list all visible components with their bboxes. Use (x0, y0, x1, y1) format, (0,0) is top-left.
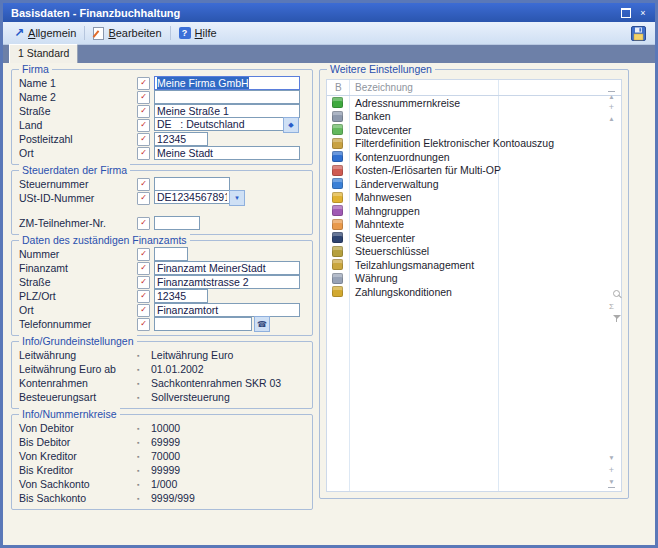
info-value: Leitwährung Euro (151, 349, 233, 361)
row-up-icon[interactable]: ▲ (606, 114, 617, 124)
field-check-icon[interactable]: ✓ (137, 248, 150, 261)
land-input[interactable] (154, 117, 283, 131)
column-header-b[interactable]: B (335, 82, 342, 93)
column-chooser-icon[interactable] (606, 278, 617, 288)
field-check-icon[interactable]: ✓ (137, 217, 150, 230)
telefonnummer-input[interactable] (154, 317, 252, 331)
info-label: Leitwährung Euro ab (19, 363, 137, 375)
field-row: USt-ID-Nummer ✓ ▾ (19, 191, 305, 205)
list-item[interactable]: Banken (327, 110, 621, 124)
field-check-icon[interactable]: ✓ (137, 318, 150, 331)
list-item[interactable]: Teilzahlungsmanagement (327, 258, 621, 272)
list-item[interactable]: Steuercenter (327, 231, 621, 245)
partial-payment-icon (332, 259, 343, 270)
restore-button[interactable] (619, 6, 633, 19)
list-item[interactable]: Mahnwesen (327, 191, 621, 205)
menu-bar: ↗ Allgemein Bearbeiten ? Hilfe (3, 22, 655, 45)
postleitzahl-input[interactable] (154, 132, 208, 146)
tab-standard[interactable]: 1 Standard (9, 44, 78, 63)
menu-allgemein[interactable]: ↗ Allgemein (9, 25, 81, 41)
scroll-first-icon[interactable]: ▲ (606, 90, 617, 100)
info-row: Kontenrahmen ▪ Sachkontenrahmen SKR 03 (19, 376, 305, 390)
field-check-icon[interactable]: ✓ (137, 91, 150, 104)
ustid-input[interactable] (154, 190, 229, 204)
field-check-icon[interactable]: ✓ (137, 77, 150, 90)
strasse-input[interactable] (154, 104, 300, 118)
field-check-icon[interactable]: ✓ (137, 178, 150, 191)
field-label: Land (19, 119, 137, 131)
grid-nav-top: ▲ + ▲ (605, 90, 618, 124)
field-check-icon[interactable]: ✓ (137, 147, 150, 160)
ustid-dropdown-button[interactable]: ▾ (229, 190, 245, 206)
fa-ort-input[interactable] (154, 303, 300, 317)
search-icon[interactable] (606, 290, 617, 300)
field-check-icon[interactable]: ✓ (137, 119, 150, 132)
list-item[interactable]: Zahlungskonditionen (327, 285, 621, 299)
ustid-combo[interactable]: ▾ (154, 190, 245, 206)
payment-terms-icon (332, 286, 343, 297)
list-item-label: Steuercenter (355, 232, 415, 244)
field-label: Ort (19, 304, 137, 316)
close-button[interactable]: × (636, 6, 650, 19)
field-label: Telefonnummer (19, 318, 137, 330)
land-lookup-button[interactable]: ◆ (283, 117, 299, 133)
field-check-icon[interactable]: ✓ (137, 304, 150, 317)
group-finanzamt-title: Daten des zuständigen Finanzamts (19, 234, 190, 246)
country-management-icon (332, 178, 343, 189)
list-item[interactable]: Währung (327, 272, 621, 286)
scroll-last-icon[interactable]: ▼ (606, 477, 617, 487)
row-insert-icon[interactable]: + (606, 102, 617, 112)
list-item[interactable]: Länderverwaltung (327, 177, 621, 191)
field-check-icon[interactable]: ✓ (137, 276, 150, 289)
summary-icon[interactable]: Σ (606, 302, 617, 312)
fa-name-input[interactable] (154, 261, 300, 275)
row-down-icon[interactable]: ▼ (606, 453, 617, 463)
zm-teilnehmer-input[interactable] (154, 216, 200, 230)
menu-separator (170, 26, 171, 40)
menu-allgemein-label: Allgemein (28, 27, 76, 39)
ort-input[interactable] (154, 146, 300, 160)
save-button[interactable] (627, 24, 649, 43)
info-label: Von Sachkonto (19, 478, 137, 490)
list-item[interactable]: Steuerschlüssel (327, 245, 621, 259)
field-row: Telefonnummer ✓ ☎ (19, 317, 305, 331)
list-item[interactable]: Adressnummernkreise (327, 96, 621, 110)
name2-input[interactable] (154, 90, 300, 104)
column-header-bezeichnung[interactable]: Bezeichnung (355, 82, 413, 93)
fa-nummer-input[interactable] (154, 247, 188, 261)
filter-icon[interactable] (606, 314, 617, 324)
field-check-icon[interactable]: ✓ (137, 192, 150, 205)
fa-plzort-input[interactable] (154, 289, 208, 303)
row-append-icon[interactable]: + (606, 465, 617, 475)
list-item[interactable]: Datevcenter (327, 123, 621, 137)
field-check-icon[interactable]: ✓ (137, 290, 150, 303)
group-weitere-einstellungen: Weitere Einstellungen B Bezeichnung Adre… (319, 69, 629, 499)
grid-header[interactable]: B Bezeichnung (327, 80, 621, 96)
field-check-icon[interactable]: ✓ (137, 133, 150, 146)
field-label: PLZ/Ort (19, 290, 137, 302)
steuernummer-input[interactable] (154, 177, 230, 191)
dial-button[interactable]: ☎ (254, 316, 270, 332)
info-row: Leitwährung Euro ab ▪ 01.01.2002 (19, 362, 305, 376)
menu-hilfe[interactable]: ? Hilfe (174, 25, 222, 41)
list-item[interactable]: Kosten-/Erlösarten für Multi-OP (327, 164, 621, 178)
field-check-icon[interactable]: ✓ (137, 262, 150, 275)
list-item[interactable]: Mahngruppen (327, 204, 621, 218)
land-combo[interactable]: ◆ (154, 117, 299, 133)
list-item[interactable]: Mahntexte (327, 218, 621, 232)
field-label: USt-ID-Nummer (19, 192, 137, 204)
name1-input[interactable]: Meine Firma GmbH (154, 76, 300, 90)
title-bar[interactable]: Basisdaten - Finanzbuchhaltung × (3, 3, 655, 22)
tax-center-icon (332, 232, 343, 243)
group-firma-title: Firma (19, 63, 52, 75)
list-item[interactable]: Kontenzuordnungen (327, 150, 621, 164)
menu-bearbeiten[interactable]: Bearbeiten (88, 25, 166, 42)
list-item-label: Datevcenter (355, 124, 412, 136)
info-value: 99999 (151, 464, 180, 476)
field-check-icon[interactable]: ✓ (137, 105, 150, 118)
group-nummernkreise-title: Info/Nummernkreise (19, 408, 120, 420)
fa-strasse-input[interactable] (154, 275, 300, 289)
field-label: Ort (19, 147, 137, 159)
readonly-bullet-icon: ▪ (137, 366, 151, 373)
list-item[interactable]: Filterdefinition Elektronischer Kontoaus… (327, 137, 621, 151)
